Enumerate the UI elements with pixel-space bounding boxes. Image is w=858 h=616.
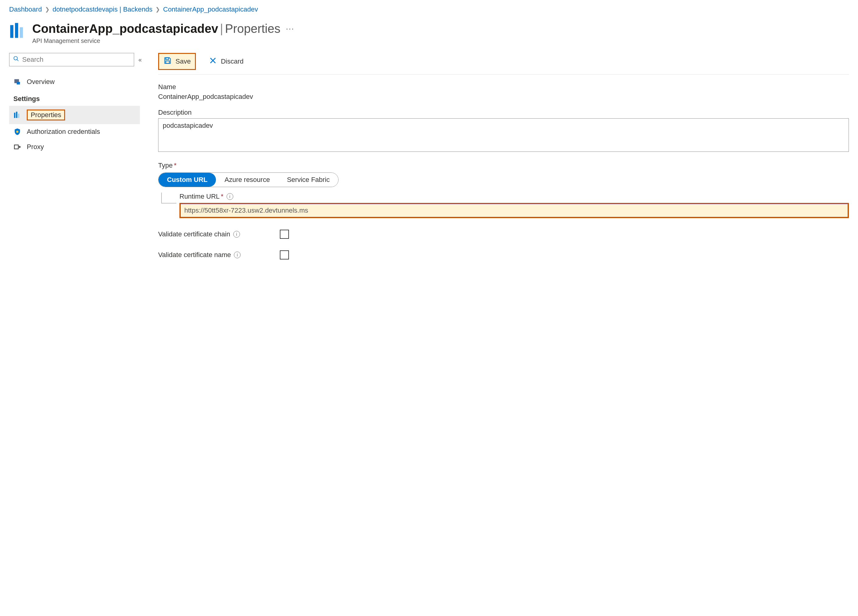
save-icon [163,56,172,67]
description-input[interactable] [158,118,849,152]
type-label: Type* [158,162,849,170]
runtime-url-label: Runtime URL* [179,193,224,201]
runtime-url-highlight [179,203,849,218]
chevron-right-icon: ❯ [155,6,160,13]
proxy-icon [13,143,21,151]
resource-type-label: API Management service [32,37,294,44]
field-name: Name ContainerApp_podcastapicadev [158,83,849,101]
page-header: ContainerApp_podcastapicadev|Properties … [9,22,849,44]
overview-icon [13,78,21,86]
sidebar-item-label: Properties [27,109,65,120]
search-input[interactable] [22,56,130,64]
breadcrumb-link-backends[interactable]: dotnetpodcastdevapis | Backends [53,5,153,13]
validate-name-checkbox[interactable] [280,250,289,260]
breadcrumb: Dashboard ❯ dotnetpodcastdevapis | Backe… [9,5,849,13]
required-star: * [221,193,224,200]
page-title: ContainerApp_podcastapicadev|Properties [32,22,280,36]
save-button[interactable]: Save [158,53,196,70]
svg-line-4 [17,60,19,61]
search-icon [13,56,19,64]
validate-chain-checkbox[interactable] [280,230,289,239]
description-label: Description [158,109,849,117]
svg-rect-9 [18,114,19,118]
info-icon[interactable]: i [233,231,240,238]
svg-rect-13 [166,61,169,63]
discard-label: Discard [221,58,244,65]
chevron-right-icon: ❯ [45,6,50,13]
breadcrumb-link-dashboard[interactable]: Dashboard [9,5,42,13]
field-validate-name: Validate certificate name i [158,250,289,260]
collapse-sidebar-button[interactable]: « [138,56,140,63]
svg-rect-2 [20,27,23,38]
name-value: ContainerApp_podcastapicadev [158,93,849,101]
required-star: * [174,162,177,169]
sidebar-section-settings: Settings [9,89,140,106]
apim-service-icon [9,22,26,41]
sidebar-item-overview[interactable]: Overview [9,74,140,89]
type-option-service-fabric[interactable]: Service Fabric [278,173,338,187]
info-icon[interactable]: i [234,252,241,258]
svg-rect-7 [14,112,15,118]
info-icon[interactable]: i [227,193,233,200]
svg-rect-11 [14,145,18,149]
sidebar: « Overview Settings Properties Authoriza… [9,53,140,260]
shield-lock-icon [13,128,21,136]
validate-chain-label: Validate certificate chain [158,230,230,238]
sidebar-item-label: Proxy [27,143,44,151]
sidebar-item-proxy[interactable]: Proxy [9,139,140,154]
page-subpage: Properties [225,22,280,35]
svg-rect-0 [10,25,14,38]
sidebar-item-properties[interactable]: Properties [9,106,140,124]
svg-rect-6 [17,82,20,84]
type-pill-group: Custom URL Azure resource Service Fabric [158,173,339,187]
svg-rect-8 [16,112,17,118]
save-label: Save [176,58,191,65]
svg-point-3 [14,57,18,60]
close-icon [209,56,217,67]
field-type: Type* Custom URL Azure resource Service … [158,162,849,218]
svg-rect-1 [15,23,18,38]
validate-name-label: Validate certificate name [158,251,231,259]
svg-rect-12 [166,58,168,60]
more-actions-button[interactable]: ··· [286,24,294,33]
discard-button[interactable]: Discard [204,54,248,69]
type-option-azure-resource[interactable]: Azure resource [216,173,278,187]
tree-connector [161,193,179,218]
svg-rect-10 [16,131,19,133]
sidebar-item-label: Authorization credentials [27,128,100,136]
breadcrumb-link-resource[interactable]: ContainerApp_podcastapicadev [163,5,258,13]
sidebar-item-label: Overview [27,78,55,86]
toolbar: Save Discard [158,53,849,75]
properties-icon [13,111,21,119]
name-label: Name [158,83,849,91]
field-description: Description [158,109,849,154]
type-option-custom-url[interactable]: Custom URL [159,173,216,187]
main-panel: Save Discard Name ContainerApp_podcastap… [158,53,849,260]
runtime-url-input[interactable] [180,204,848,217]
sidebar-search[interactable] [9,53,134,66]
field-validate-chain: Validate certificate chain i [158,230,289,239]
sidebar-item-auth-credentials[interactable]: Authorization credentials [9,124,140,139]
resource-name: ContainerApp_podcastapicadev [32,22,218,35]
